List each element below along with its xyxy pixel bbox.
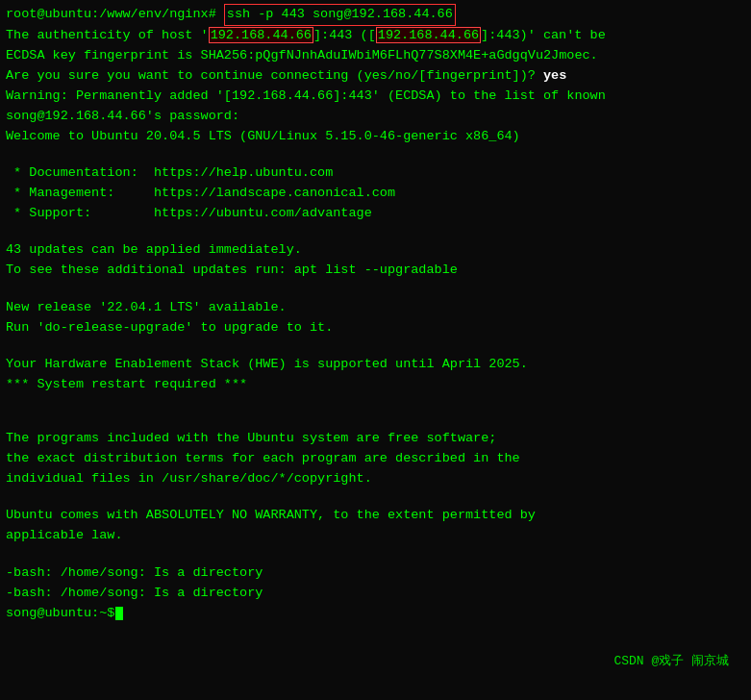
warning-added-line: Warning: Permanently added '[192.168.44.… xyxy=(6,87,745,107)
ecdsa-line: ECDSA key fingerprint is SHA256:pQgfNJnh… xyxy=(6,46,745,66)
yes-answer: yes xyxy=(543,68,566,83)
bash-error-2: -bash: /home/song: Is a directory xyxy=(6,584,745,604)
updates-line: 43 updates can be applied immediately. xyxy=(6,240,745,261)
warranty-line: Ubuntu comes with ABSOLUTELY NO WARRANTY… xyxy=(6,506,745,526)
cursor xyxy=(115,607,123,620)
see-updates-line: To see these additional updates run: apt… xyxy=(6,261,745,281)
welcome-line: Welcome to Ubuntu 20.04.5 LTS (GNU/Linux… xyxy=(6,127,745,147)
distribution-line: the exact distribution terms for each pr… xyxy=(6,449,745,469)
continue-line: Are you sure you want to continue connec… xyxy=(6,66,745,87)
blank-6 xyxy=(6,412,745,429)
blank-3 xyxy=(6,281,745,298)
support-line: * Support: https://ubuntu.com/advantage xyxy=(6,204,745,224)
blank-2 xyxy=(6,224,745,241)
watermark: CSDN @戏子 闹京城ゞ xyxy=(613,652,741,669)
individual-line: individual files in /usr/share/doc/*/cop… xyxy=(6,469,745,489)
user-prompt: song@ubuntu:~$ xyxy=(6,604,114,624)
command-line: root@ubuntu:/www/env/nginx# ssh -p 443 s… xyxy=(6,4,745,26)
upgrade-line: Run 'do-release-upgrade' to upgrade to i… xyxy=(6,318,745,338)
bash-error-1: -bash: /home/song: Is a directory xyxy=(6,563,745,584)
blank-4 xyxy=(6,338,745,356)
release-line: New release '22.04.1 LTS' available. xyxy=(6,298,745,318)
user-prompt-line: song@ubuntu:~$ xyxy=(6,604,745,624)
terminal-window: root@ubuntu:/www/env/nginx# ssh -p 443 s… xyxy=(0,0,751,700)
ip-highlight-1: 192.168.44.66 xyxy=(209,27,313,43)
auth-warning-line: The authenticity of host '192.168.44.66]… xyxy=(6,26,745,46)
mgmt-line: * Management: https://landscape.canonica… xyxy=(6,184,745,204)
doc-line: * Documentation: https://help.ubuntu.com xyxy=(6,163,745,184)
blank-5 xyxy=(6,395,745,412)
restart-line: *** System restart required *** xyxy=(6,375,745,395)
applicable-line: applicable law. xyxy=(6,526,745,546)
ip-highlight-2: 192.168.44.66 xyxy=(376,27,481,43)
programs-line: The programs included with the Ubuntu sy… xyxy=(6,429,745,449)
root-prompt: root@ubuntu:/www/env/nginx# xyxy=(6,5,216,25)
blank-8 xyxy=(6,546,745,563)
hwe-line: Your Hardware Enablement Stack (HWE) is … xyxy=(6,355,745,375)
ssh-command: ssh -p 443 song@192.168.44.66 xyxy=(224,4,456,26)
password-line: song@192.168.44.66's password: xyxy=(6,107,745,127)
blank-7 xyxy=(6,489,745,507)
blank-1 xyxy=(6,146,745,163)
